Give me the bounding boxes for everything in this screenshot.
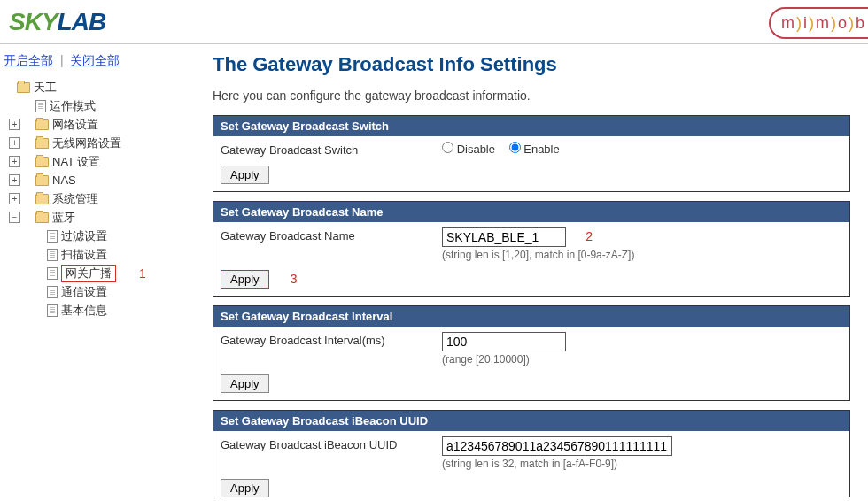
nav-tree: 天工 运作模式 + 网络设置 + 无线网路设置 + NAT 设置: [4, 78, 182, 320]
tree-item-nas[interactable]: + NAS: [9, 171, 182, 189]
broadcast-name-input[interactable]: [442, 227, 566, 247]
tree-item-scan[interactable]: 扫描设置: [34, 245, 182, 264]
folder-icon: [35, 194, 49, 204]
open-all-link[interactable]: 开启全部: [4, 53, 53, 67]
page-title: The Gateway Broadcast Info Settings: [213, 53, 850, 76]
tree-item-comm[interactable]: 通信设置: [34, 282, 182, 301]
skylab-logo: SKYLAB: [9, 8, 105, 36]
tree-item-wireless[interactable]: + 无线网路设置: [9, 134, 182, 152]
tree-item-mode[interactable]: 运作模式: [9, 96, 182, 115]
page-icon: [35, 100, 46, 112]
mimo-logo: m) i) m) o) b: [769, 7, 868, 39]
section-header: Set Gateway Broadcast Switch: [213, 116, 849, 136]
section-ibeacon-uuid: Set Gateway Broadcast iBeacon UUID Gatew…: [213, 410, 850, 497]
section-header: Set Gateway Broadcast Name: [213, 202, 849, 222]
folder-icon: [35, 212, 49, 223]
tree-root[interactable]: 天工: [4, 78, 182, 96]
field-label: Gateway Broadcast iBeacon UUID: [221, 436, 442, 451]
section-header: Set Gateway Broadcast iBeacon UUID: [213, 411, 849, 431]
page-icon: [47, 304, 58, 317]
folder-icon: [17, 82, 30, 93]
section-broadcast-switch: Set Gateway Broadcast Switch Gateway Bro…: [213, 115, 850, 192]
folder-icon: [35, 175, 49, 186]
main-content: The Gateway Broadcast Info Settings Here…: [186, 44, 868, 501]
annotation-1: 1: [139, 266, 146, 281]
broadcast-interval-input[interactable]: [442, 332, 566, 351]
expand-icon[interactable]: +: [9, 156, 20, 167]
apply-button[interactable]: Apply: [221, 166, 269, 184]
ibeacon-uuid-input[interactable]: [442, 436, 672, 456]
expand-icon[interactable]: +: [9, 137, 20, 149]
field-hint: (string len is 32, match in [a-fA-F0-9]): [442, 458, 842, 470]
field-hint: (range [20,10000]): [442, 353, 842, 366]
annotation-2: 2: [585, 229, 593, 243]
annotation-3: 3: [291, 272, 298, 286]
apply-button[interactable]: Apply: [221, 270, 269, 289]
section-broadcast-name: Set Gateway Broadcast Name Gateway Broad…: [213, 201, 850, 297]
field-hint: (string len is [1,20], match in [0-9a-zA…: [442, 249, 842, 261]
section-broadcast-interval: Set Gateway Broadcast Interval Gateway B…: [213, 305, 850, 401]
field-label: Gateway Broadcast Switch: [221, 142, 442, 157]
folder-icon: [35, 119, 49, 130]
folder-icon: [35, 138, 49, 149]
page-icon: [47, 249, 58, 261]
tree-item-system[interactable]: + 系统管理: [9, 189, 182, 208]
tree-item-bluetooth[interactable]: − 蓝牙: [9, 208, 182, 227]
collapse-icon[interactable]: −: [9, 212, 20, 223]
radio-enable[interactable]: Enable: [509, 143, 560, 156]
tree-item-info[interactable]: 基本信息: [34, 301, 182, 320]
section-header: Set Gateway Broadcast Interval: [213, 306, 849, 327]
expand-icon[interactable]: +: [9, 119, 20, 130]
tree-item-network[interactable]: + 网络设置: [9, 115, 182, 134]
page-icon: [47, 286, 58, 298]
page-icon: [47, 267, 58, 280]
apply-button[interactable]: Apply: [221, 374, 269, 393]
expand-icon[interactable]: +: [9, 174, 20, 186]
expand-icon[interactable]: +: [9, 193, 20, 204]
close-all-link[interactable]: 关闭全部: [70, 53, 120, 67]
sidebar: 开启全部 | 关闭全部 天工 运作模式 + 网络设置 + 无线网路设: [0, 44, 186, 501]
apply-button[interactable]: Apply: [221, 479, 269, 497]
tree-item-broadcast[interactable]: 网关广播 1: [34, 264, 182, 282]
tree-toggle-links: 开启全部 | 关闭全部: [4, 50, 182, 78]
field-label: Gateway Broadcast Name: [221, 227, 442, 243]
tree-item-nat[interactable]: + NAT 设置: [9, 152, 182, 171]
tree-item-filter[interactable]: 过滤设置: [34, 227, 182, 245]
folder-icon: [35, 157, 49, 167]
field-label: Gateway Broadcast Interval(ms): [221, 332, 442, 347]
radio-disable[interactable]: Disable: [442, 143, 495, 156]
header: SKYLAB m) i) m) o) b: [0, 0, 868, 44]
page-icon: [47, 230, 58, 243]
page-description: Here you can configure the gateway broad…: [213, 89, 850, 103]
